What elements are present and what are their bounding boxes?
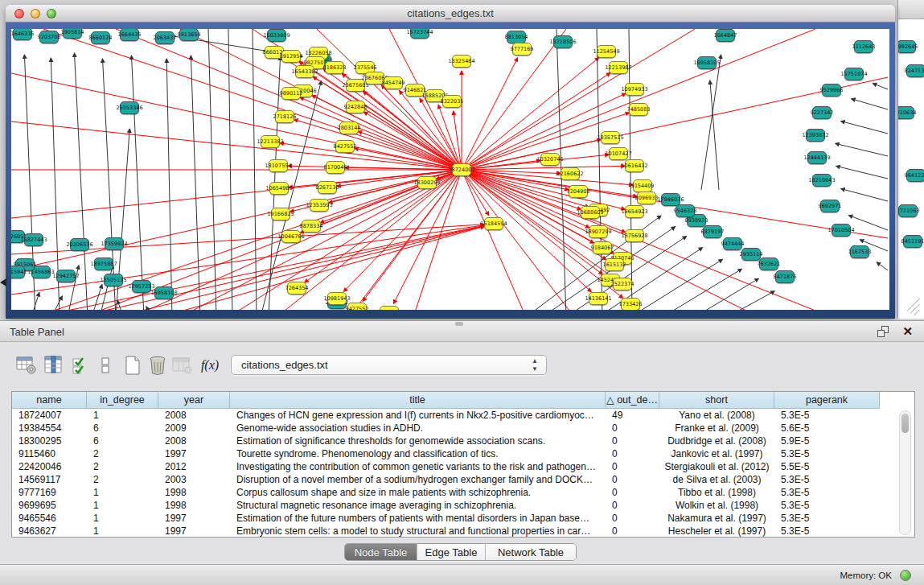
- column-header-out_de[interactable]: △ out_de…: [606, 392, 659, 409]
- table-row[interactable]: 1830029562008Estimation of significance …: [12, 435, 914, 447]
- graph-node[interactable]: 1615132: [605, 258, 624, 271]
- memory-status-indicator[interactable]: [900, 570, 911, 581]
- graph-node[interactable]: 18210643: [812, 174, 832, 187]
- graph-node[interactable]: 18975887: [94, 257, 113, 270]
- graph-node[interactable]: 9203708: [39, 31, 59, 43]
- graph-node[interactable]: 6879197: [703, 225, 722, 238]
- table-row[interactable]: 1456911722003Disruption of a novel membe…: [12, 473, 914, 486]
- table-row[interactable]: 911546021997Tourette syndrome. Phenomeno…: [12, 447, 914, 460]
- graph-node[interactable]: 8471876: [775, 270, 795, 283]
- table-row[interactable]: 977716911998Corpus callosum shape and si…: [12, 486, 914, 499]
- graph-node[interactable]: 12353593: [310, 199, 329, 212]
- table-row[interactable]: 969969511998Structural magnetic resonanc…: [12, 499, 914, 512]
- scrollbar-thumb[interactable]: [901, 414, 909, 433]
- graph-node[interactable]: 16958105: [697, 56, 717, 69]
- graph-node[interactable]: 12213383: [261, 135, 280, 148]
- graph-node[interactable]: 1167533: [850, 245, 869, 258]
- graph-node[interactable]: 1664435: [120, 29, 139, 41]
- graph-node[interactable]: 19654923: [625, 205, 644, 218]
- new-file-icon[interactable]: [121, 353, 145, 377]
- graph-node[interactable]: 8878334: [302, 220, 321, 233]
- graph-node[interactable]: 8913654: [179, 29, 199, 41]
- graph-node[interactable]: 8454749: [384, 76, 403, 89]
- graph-node[interactable]: 8096933: [637, 192, 656, 204]
- graph-node[interactable]: 8170046: [326, 161, 345, 174]
- graph-node[interactable]: 9474444: [723, 237, 742, 250]
- resize-grip-icon[interactable]: [906, 299, 922, 315]
- splitter-handle[interactable]: [455, 322, 463, 326]
- graph-node[interactable]: 13756928: [625, 229, 644, 242]
- column-header-name[interactable]: name: [12, 392, 87, 409]
- table-row[interactable]: 946554611997Estimation of the future num…: [12, 512, 914, 525]
- graph-node[interactable]: 18300295: [417, 176, 437, 189]
- network-canvas[interactable]: 1646335920370819058148660124166443520634…: [11, 29, 889, 310]
- graph-node[interactable]: 8451191: [903, 235, 922, 248]
- close-panel-icon[interactable]: ✕: [902, 324, 913, 339]
- table-row[interactable]: 1938455462009Genome-wide association stu…: [12, 422, 914, 435]
- graph-node[interactable]: 9184067: [593, 241, 612, 254]
- table-row[interactable]: 2242004622012Investigating the contribut…: [12, 460, 914, 473]
- graph-node[interactable]: 7485083: [629, 103, 648, 116]
- graph-node[interactable]: 1646335: [13, 29, 32, 40]
- graph-node[interactable]: 9154409: [633, 179, 652, 192]
- graph-node[interactable]: 20206536: [70, 238, 89, 251]
- column-header-short[interactable]: short: [659, 392, 774, 409]
- graph-node[interactable]: 8427552: [335, 140, 355, 153]
- table-row[interactable]: 946362711997Embryonic stem cells: a mode…: [12, 525, 914, 538]
- node-table[interactable]: namein_degreeyeartitle△ out_de…shortpage…: [11, 391, 915, 538]
- column-header-in_degree[interactable]: in_degree: [87, 392, 158, 409]
- window-titlebar[interactable]: citations_edges.txt: [6, 5, 895, 23]
- graph-node[interactable]: 10974933: [625, 83, 644, 96]
- graph-node[interactable]: 10654985: [269, 182, 289, 195]
- graph-node[interactable]: 10981943: [327, 292, 347, 305]
- graph-node[interactable]: 9529966: [822, 84, 841, 97]
- graph-node[interactable]: 17957253: [132, 280, 151, 293]
- graph-hub-node[interactable]: 18724007: [452, 163, 471, 176]
- vertical-scrollbar[interactable]: [899, 410, 911, 535]
- column-header-title[interactable]: title: [230, 392, 606, 409]
- graph-node[interactable]: 9560151: [380, 306, 399, 310]
- graph-node[interactable]: 12213987: [609, 61, 628, 74]
- graph-node[interactable]: 1992645: [897, 40, 916, 53]
- graph-node[interactable]: 15184594: [484, 217, 503, 230]
- table-selector-dropdown[interactable]: citations_edges.txt ▲▼: [231, 355, 547, 375]
- graph-node[interactable]: 2935114: [741, 248, 761, 261]
- table-header-row[interactable]: namein_degreeyeartitle△ out_de…shortpage…: [12, 392, 880, 409]
- graph-node[interactable]: 10107427: [609, 147, 628, 160]
- graph-node[interactable]: 8660124: [91, 31, 110, 44]
- select-all-icon[interactable]: [69, 353, 93, 377]
- row-height-icon[interactable]: [93, 353, 117, 377]
- graph-node[interactable]: 19166825: [271, 208, 290, 220]
- graph-node[interactable]: 1112643: [854, 40, 873, 53]
- graph-node[interactable]: 7264354: [287, 282, 306, 295]
- graph-node[interactable]: 2803144: [339, 122, 359, 134]
- graph-node[interactable]: 1664847: [716, 29, 735, 42]
- graph-node[interactable]: 15751074: [844, 68, 864, 80]
- graph-node[interactable]: 15827443: [24, 233, 43, 246]
- graph-node[interactable]: 16033809: [267, 29, 286, 42]
- graph-node[interactable]: 9890112: [281, 87, 301, 100]
- show-column-icon[interactable]: [42, 353, 66, 377]
- graph-node[interactable]: 3915941: [11, 266, 25, 278]
- graph-node[interactable]: 7632621: [759, 257, 778, 270]
- graph-node[interactable]: 16543382: [295, 65, 314, 78]
- graph-node[interactable]: 13218506: [553, 35, 573, 48]
- graph-node[interactable]: 9242848: [346, 101, 365, 113]
- table-panel-titlebar[interactable]: Table Panel ✕: [0, 321, 924, 342]
- graph-node[interactable]: 18907299: [589, 225, 608, 238]
- tab-node-table[interactable]: Node Table: [345, 544, 417, 560]
- graph-node[interactable]: 15723744: [410, 29, 429, 39]
- graph-node[interactable]: 9777169: [512, 43, 532, 56]
- graph-node[interactable]: 9427552: [347, 303, 367, 310]
- graph-node[interactable]: 2522374: [613, 278, 632, 290]
- graph-node[interactable]: 13325464: [452, 55, 471, 68]
- graph-node[interactable]: 8267130: [318, 181, 337, 194]
- graph-node[interactable]: 9227342: [812, 106, 832, 119]
- graph-node[interactable]: 1733426: [621, 298, 640, 310]
- graph-node[interactable]: 12393872: [806, 129, 825, 142]
- graph-node[interactable]: 12160622: [561, 167, 580, 180]
- graph-node[interactable]: 8912954: [281, 50, 301, 63]
- graph-node[interactable]: 17010504: [832, 224, 851, 237]
- column-header-year[interactable]: year: [158, 392, 230, 409]
- graph-node[interactable]: 8813054: [507, 31, 526, 43]
